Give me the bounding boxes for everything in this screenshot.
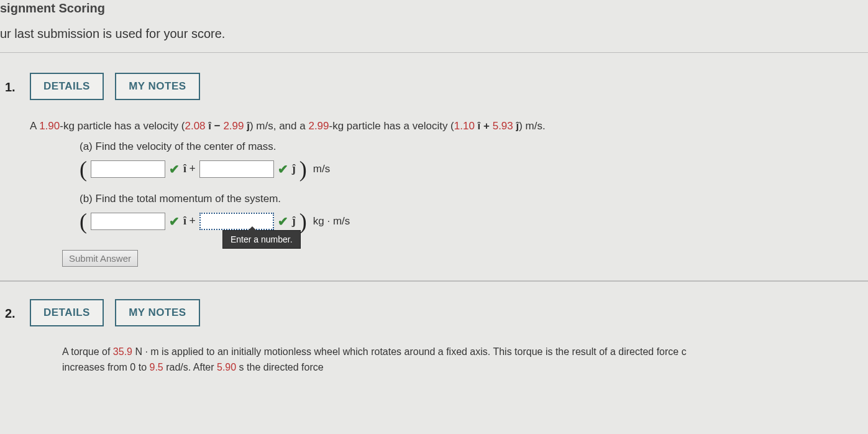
i-hat-label: î + bbox=[183, 162, 196, 175]
question-number: 1. bbox=[5, 73, 30, 95]
my-notes-button[interactable]: MY NOTES bbox=[115, 299, 199, 326]
part-a-prompt: (a) Find the velocity of the center of m… bbox=[80, 141, 868, 153]
details-button[interactable]: DETAILS bbox=[30, 73, 104, 100]
units-label: m/s bbox=[313, 163, 330, 175]
part-b-i-input[interactable] bbox=[91, 213, 165, 230]
check-icon: ✔ bbox=[169, 214, 180, 229]
part-a-i-input[interactable] bbox=[91, 160, 165, 178]
j-hat-label: ĵ bbox=[292, 215, 296, 228]
right-paren-icon: ) bbox=[299, 210, 307, 233]
check-icon: ✔ bbox=[169, 162, 180, 177]
my-notes-button[interactable]: MY NOTES bbox=[115, 73, 199, 100]
button-row: DETAILS MY NOTES bbox=[30, 299, 868, 326]
button-row: DETAILS MY NOTES bbox=[30, 73, 868, 100]
left-paren-icon: ( bbox=[80, 210, 87, 233]
details-button[interactable]: DETAILS bbox=[30, 299, 104, 326]
part-b-j-input[interactable] bbox=[199, 213, 274, 230]
j-hat-label: ĵ bbox=[292, 162, 296, 175]
part-a-j-input[interactable] bbox=[199, 160, 274, 178]
question-1: 1. DETAILS MY NOTES A 1.90-kg particle h… bbox=[0, 68, 868, 267]
page-title: signment Scoring bbox=[0, 0, 868, 18]
check-icon: ✔ bbox=[278, 162, 288, 177]
submit-answer-button[interactable]: Submit Answer bbox=[62, 250, 138, 267]
part-b: (b) Find the total momentum of the syste… bbox=[30, 193, 868, 233]
question-2: 2. DETAILS MY NOTES A torque of 35.9 N ·… bbox=[0, 294, 868, 376]
divider bbox=[0, 52, 868, 53]
question-text: A 1.90-kg particle has a velocity (2.08 … bbox=[30, 118, 868, 136]
right-paren-icon: ) bbox=[299, 158, 307, 180]
part-a-answer: ( ✔ î + ✔ ĵ ) m/s bbox=[80, 158, 868, 180]
question-separator bbox=[0, 280, 868, 282]
check-icon: ✔ bbox=[278, 214, 288, 229]
left-paren-icon: ( bbox=[80, 158, 87, 180]
units-label: kg · m/s bbox=[313, 215, 350, 228]
part-b-prompt: (b) Find the total momentum of the syste… bbox=[80, 193, 868, 205]
i-hat-label: î + bbox=[183, 215, 196, 228]
part-a: (a) Find the velocity of the center of m… bbox=[30, 141, 868, 180]
question-text: A torque of 35.9 N · m is applied to an … bbox=[30, 344, 868, 376]
scoring-note: ur last submission is used for your scor… bbox=[0, 18, 868, 52]
enter-number-tooltip: Enter a number. bbox=[222, 230, 301, 249]
part-b-answer: ( ✔ î + ✔ ĵ ) kg · m/s Enter a number. bbox=[80, 210, 868, 233]
question-number: 2. bbox=[5, 299, 30, 321]
